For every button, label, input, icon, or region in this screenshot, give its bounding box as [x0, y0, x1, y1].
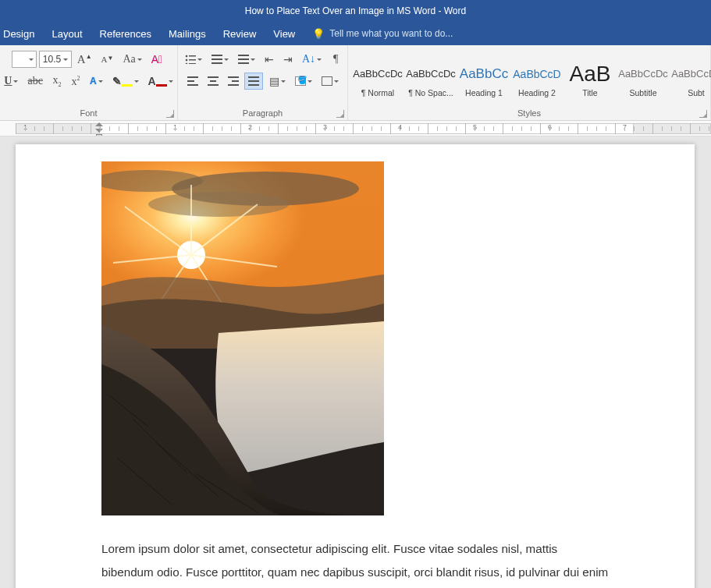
increase-indent-button[interactable]: ⇥	[280, 51, 296, 68]
style-name: Title	[567, 88, 613, 97]
ribbon: 10.5 A▲ A▼ Aa A⃠ U abc x2 x2 A ✎ A Font	[0, 45, 711, 121]
strikethrough-button[interactable]: abc	[24, 73, 45, 90]
tell-me-placeholder: Tell me what you want to do...	[329, 28, 453, 39]
highlight-color-button[interactable]: ✎	[109, 73, 142, 90]
sunset-image-content	[101, 161, 384, 515]
style-sample: AaBbCc	[460, 60, 507, 88]
align-center-button[interactable]	[204, 73, 222, 90]
tab-design[interactable]: Design	[3, 28, 34, 40]
style-tile--normal[interactable]: AaBbCcDc¶ Normal	[352, 56, 403, 100]
show-hide-paragraph-button[interactable]: ¶	[328, 51, 343, 68]
style-tile--no-spac-[interactable]: AaBbCcDc¶ No Spac...	[405, 56, 457, 100]
tab-view[interactable]: View	[273, 28, 295, 40]
styles-dialog-launcher[interactable]	[699, 110, 707, 118]
tab-review[interactable]: Review	[223, 28, 257, 40]
change-case-button[interactable]: Aa	[119, 51, 144, 68]
shading-button[interactable]: 🪣	[292, 73, 315, 90]
tab-layout[interactable]: Layout	[52, 28, 82, 40]
group-label-styles: Styles	[348, 107, 710, 120]
style-tile-subtitle[interactable]: AaBbCcDcSubtitle	[617, 56, 669, 100]
superscript-button[interactable]: x2	[68, 73, 84, 90]
style-name: Subtitle	[620, 88, 667, 97]
style-sample: AaBbCcDc	[407, 60, 454, 88]
subscript-button[interactable]: x2	[49, 73, 65, 90]
align-right-button[interactable]	[224, 73, 243, 90]
ribbon-tabs: Design Layout References Mailings Review…	[0, 22, 711, 45]
style-sample: AaBbCcD	[514, 60, 560, 88]
style-tile-subt[interactable]: AaBbCcDcSubt	[670, 56, 711, 100]
borders-button[interactable]	[318, 73, 342, 90]
style-name: Subt	[673, 88, 711, 97]
style-name: ¶ No Spac...	[407, 88, 454, 97]
underline-button[interactable]: U	[1, 73, 21, 90]
style-tile-heading-1[interactable]: AaBbCcHeading 1	[458, 56, 510, 100]
style-sample: AaBbCcDc	[620, 60, 667, 88]
decrease-indent-button[interactable]: ⇤	[261, 51, 277, 68]
chevron-down-icon	[63, 58, 68, 63]
font-dialog-launcher[interactable]	[166, 110, 174, 118]
group-label-paragraph: Paragraph	[178, 107, 347, 120]
group-paragraph: ⇤ ⇥ A↓ ¶ ▤ 🪣 Paragraph	[178, 45, 348, 120]
font-family-dropdown[interactable]	[12, 51, 37, 68]
font-size-combo[interactable]: 10.5	[39, 51, 72, 68]
clear-formatting-button[interactable]: A⃠	[148, 51, 165, 68]
style-name: Heading 1	[460, 88, 507, 97]
align-left-button[interactable]	[183, 73, 202, 90]
group-styles: AaBbCcDc¶ NormalAaBbCcDc¶ No Spac...AaBb…	[348, 45, 711, 120]
style-sample: AaBbCcDc	[673, 60, 711, 88]
tab-mailings[interactable]: Mailings	[169, 28, 206, 40]
multilevel-list-button[interactable]	[235, 51, 258, 68]
line-spacing-button[interactable]: ▤	[266, 73, 289, 90]
text-effects-button[interactable]: A	[87, 73, 106, 90]
lightbulb-icon: 💡	[312, 28, 325, 40]
svg-point-3	[148, 192, 289, 217]
numbering-button[interactable]	[208, 51, 232, 68]
bullets-button[interactable]	[182, 51, 205, 68]
group-font: 10.5 A▲ A▼ Aa A⃠ U abc x2 x2 A ✎ A Font	[0, 45, 178, 120]
font-color-button[interactable]: A	[145, 73, 176, 90]
grow-font-button[interactable]: A▲	[74, 51, 95, 68]
shrink-font-button[interactable]: A▼	[98, 51, 117, 68]
paragraph-dialog-launcher[interactable]	[336, 110, 344, 118]
font-size-value: 10.5	[43, 54, 61, 65]
document-page[interactable]: Lorem ipsum dolor sit amet, consectetur …	[16, 144, 695, 588]
horizontal-ruler[interactable]: 11234567	[0, 121, 711, 136]
window-title: How to Place Text Over an Image in MS Wo…	[245, 5, 466, 16]
justify-button[interactable]	[244, 73, 263, 90]
styles-gallery[interactable]: AaBbCcDc¶ NormalAaBbCcDc¶ No Spac...AaBb…	[351, 55, 711, 101]
group-label-font: Font	[0, 107, 177, 120]
style-tile-title[interactable]: AaBTitle	[564, 56, 616, 100]
sort-button[interactable]: A↓	[299, 51, 325, 68]
style-sample: AaB	[567, 60, 613, 88]
style-name: ¶ Normal	[354, 88, 401, 97]
tab-references[interactable]: References	[100, 28, 151, 40]
tell-me-search[interactable]: 💡 Tell me what you want to do...	[312, 28, 453, 40]
style-tile-heading-2[interactable]: AaBbCcDHeading 2	[511, 56, 563, 100]
inserted-image[interactable]	[101, 161, 384, 515]
style-sample: AaBbCcDc	[354, 60, 401, 88]
body-paragraph[interactable]: Lorem ipsum dolor sit amet, consectetur …	[101, 537, 609, 588]
window-titlebar: How to Place Text Over an Image in MS Wo…	[0, 0, 711, 22]
document-workspace[interactable]: Lorem ipsum dolor sit amet, consectetur …	[0, 136, 711, 588]
style-name: Heading 2	[514, 88, 560, 97]
